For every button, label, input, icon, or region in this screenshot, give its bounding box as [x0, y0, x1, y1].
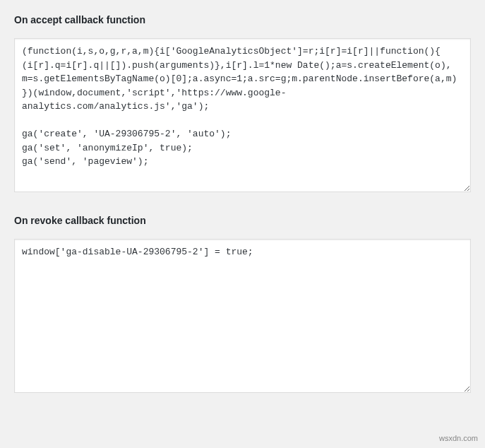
revoke-callback-label: On revoke callback function — [14, 215, 471, 226]
revoke-callback-group: On revoke callback function — [14, 215, 471, 396]
accept-callback-group: On accept callback function — [14, 14, 471, 195]
accept-callback-label: On accept callback function — [14, 14, 471, 25]
accept-callback-textarea[interactable] — [14, 38, 471, 192]
watermark-text: wsxdn.com — [439, 434, 478, 442]
revoke-callback-textarea[interactable] — [14, 239, 471, 393]
